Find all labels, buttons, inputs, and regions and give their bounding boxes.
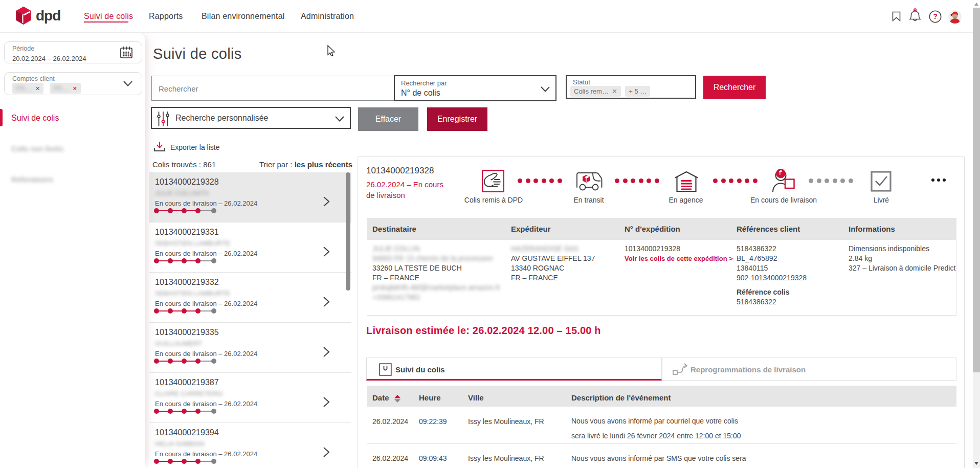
svg-text:?: ? [933,12,938,20]
